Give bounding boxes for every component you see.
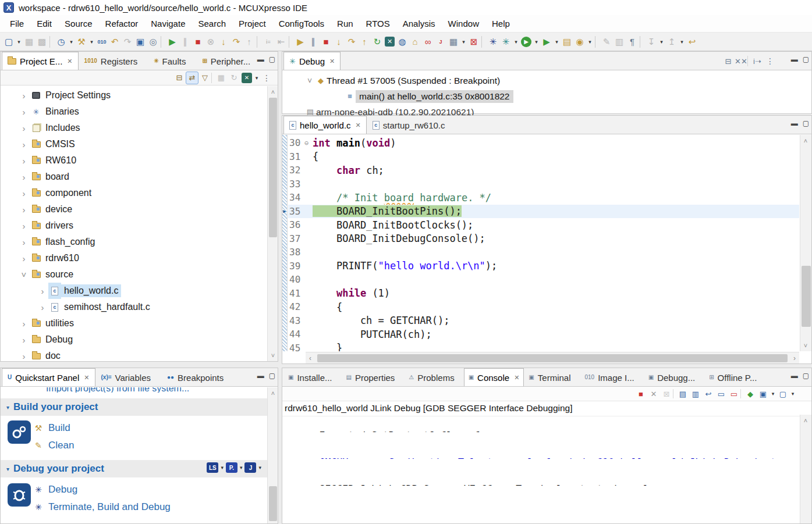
build-dropdown[interactable]: ▾ — [88, 35, 95, 49]
scroll-up-icon[interactable]: ˄ — [268, 388, 278, 398]
quickstart-scrollbar[interactable]: ˄ — [267, 387, 278, 523]
external-tools-dropdown[interactable]: ▾ — [586, 35, 594, 49]
line-number[interactable]: 41 — [288, 288, 308, 299]
section-collapse-icon[interactable]: ▾ — [6, 466, 9, 472]
editor-vertical-scrollbar[interactable]: ˄ ˅ — [800, 135, 811, 351]
refresh-debug-button[interactable]: ↻ — [371, 35, 384, 49]
expander-icon[interactable]: › — [18, 172, 30, 182]
editor-horizontal-scrollbar[interactable]: ‹ › — [306, 352, 799, 363]
save-button[interactable]: ▦ — [23, 35, 36, 49]
linkserver-badge[interactable]: LS — [207, 462, 218, 473]
jlink-dropdown[interactable]: ▾ — [258, 465, 261, 470]
expander-icon[interactable]: › — [18, 107, 30, 117]
step-over-alt-button[interactable]: ↷ — [345, 35, 358, 49]
pause-all-button[interactable]: ∥ — [307, 35, 320, 49]
menu-edit[interactable]: Edit — [30, 16, 58, 31]
code-line[interactable]: 36 BOARD_InitBootClocks(); — [288, 218, 799, 232]
tab-offline-peripherals[interactable]: ⊞ Offline P... — [704, 368, 766, 386]
layout-button[interactable]: ▦ — [215, 72, 228, 84]
debug-link[interactable]: Debug — [48, 484, 77, 496]
code-line[interactable]: 44 PUTCHAR(ch); — [288, 327, 799, 341]
line-number[interactable]: 45 — [288, 343, 308, 351]
tree-item-project-settings[interactable]: › Project Settings — [1, 87, 267, 104]
code-line[interactable]: 33 — [288, 177, 799, 191]
line-number[interactable]: 33 — [288, 179, 308, 190]
profile-dropdown[interactable]: ▾ — [553, 35, 561, 49]
clean-up-debug-button[interactable]: ✕ — [385, 37, 395, 47]
code-line[interactable]: 32 char ch; — [288, 163, 799, 177]
expander-icon[interactable]: › — [18, 188, 30, 198]
tree-item-cmsis[interactable]: › CMSIS — [1, 136, 267, 152]
expander-icon[interactable]: ˅ — [18, 270, 30, 280]
toolbar-separator[interactable] — [257, 36, 261, 48]
scroll-up-icon[interactable]: ˄ — [800, 416, 811, 425]
line-number[interactable]: 35 — [288, 206, 308, 217]
edit-button[interactable]: ✎ — [600, 35, 613, 49]
scroll-up-icon[interactable]: ˄ — [268, 87, 278, 97]
tree-item-component[interactable]: › component — [1, 185, 267, 201]
display-selected-console-button[interactable]: ▣ — [757, 388, 770, 400]
line-number[interactable]: 42 — [288, 301, 308, 312]
expander-icon[interactable]: › — [18, 156, 30, 166]
tab-close-icon[interactable]: ✕ — [84, 374, 89, 382]
collapse-all-button[interactable]: ⊟ — [173, 72, 186, 84]
code-line[interactable]: 30⊖int main(void) — [288, 136, 799, 150]
next-annotation-dropdown[interactable]: ▾ — [658, 35, 665, 49]
pin-console-button[interactable]: ◆ — [744, 388, 757, 400]
tree-item-rdrw610[interactable]: › rdrw610 — [1, 250, 267, 266]
line-number[interactable]: 32 — [288, 165, 308, 176]
debug-stack-frame-row[interactable]: ≡ main() at hello_world.c:35 0x8001822 — [282, 88, 811, 104]
tab-close-icon[interactable]: ✕ — [67, 58, 72, 65]
line-number[interactable]: 34 — [288, 192, 308, 203]
expander-icon[interactable]: › — [18, 91, 30, 101]
tab-editor-hello-world-c[interactable]: c hello_world.c ✕ — [283, 116, 367, 134]
clear-console-button[interactable]: ▤ — [676, 388, 689, 400]
collapse-all-button[interactable]: ⊟ — [722, 55, 735, 67]
step-into-alt-button[interactable]: ↓ — [332, 35, 345, 49]
run-button[interactable]: ▶ — [521, 37, 531, 47]
menu-help[interactable]: Help — [485, 16, 516, 31]
menu-source[interactable]: Source — [58, 16, 99, 31]
open-console-dropdown[interactable]: ▾ — [789, 388, 796, 400]
view-menu-button[interactable]: ⋮ — [764, 55, 776, 67]
launch-history-dropdown[interactable]: ▾ — [68, 35, 75, 49]
remove-all-terminated-button[interactable]: ⊠ — [660, 388, 673, 400]
tab-registers[interactable]: 1010 Registers — [79, 52, 148, 70]
gui-flash-tool-button[interactable]: J — [434, 35, 447, 49]
tree-item-hello-world-c[interactable]: › c hello_world.c — [1, 283, 267, 299]
maximize-icon[interactable]: ▢ — [803, 119, 809, 127]
debug-thread-row[interactable]: ˅ ◆ Thread #1 57005 (Suspended : Breakpo… — [282, 73, 811, 88]
code-line[interactable]: 43 ch = GETCHAR(); — [288, 314, 799, 328]
line-number[interactable]: 37 — [288, 233, 308, 244]
linkserver-dropdown[interactable]: ▾ — [221, 465, 224, 470]
scrollbar-thumb[interactable] — [317, 354, 788, 362]
tree-item-board[interactable]: › board — [1, 169, 267, 185]
line-number[interactable]: 39 — [288, 261, 308, 272]
toolbar-separator[interactable] — [640, 36, 644, 48]
code-line[interactable]: 38 — [288, 245, 799, 259]
tree-item-drivers[interactable]: › drivers — [1, 218, 267, 234]
section-collapse-icon[interactable]: ▾ — [6, 404, 9, 411]
code-line[interactable]: 34 /* Init board hardware. */ — [288, 191, 799, 205]
line-number[interactable]: 40 — [288, 274, 308, 285]
minimize-icon[interactable]: ▬ — [791, 372, 798, 380]
expander-icon[interactable]: › — [18, 140, 30, 149]
open-console-button[interactable]: ▢ — [776, 388, 789, 400]
link-server-button[interactable]: ∞ — [421, 35, 434, 49]
external-tools-button[interactable]: ◉ — [573, 35, 586, 49]
build-link[interactable]: Build — [48, 422, 70, 434]
jlink-badge[interactable]: J — [244, 462, 256, 473]
drop-to-frame-button[interactable]: ⇤ — [275, 35, 288, 49]
menu-search[interactable]: Search — [192, 16, 232, 31]
code-line[interactable]: 39 PRINTF("hello world.\r\n"); — [288, 259, 799, 273]
maximize-icon[interactable]: ▢ — [803, 372, 809, 380]
toolbar-separator[interactable] — [289, 36, 293, 48]
step-return-button[interactable]: ↑ — [243, 35, 256, 49]
debug-alt-button[interactable]: ✳ — [499, 35, 512, 49]
undo-button[interactable]: ↶ — [108, 35, 121, 49]
word-wrap-button[interactable]: ↩ — [702, 388, 715, 400]
scrollbar-thumb[interactable] — [802, 266, 811, 327]
tab-faults[interactable]: ✳ Faults — [148, 52, 196, 70]
instruction-pointer-button[interactable]: i➝ — [751, 55, 764, 67]
toolbar-separator[interactable] — [161, 36, 165, 48]
